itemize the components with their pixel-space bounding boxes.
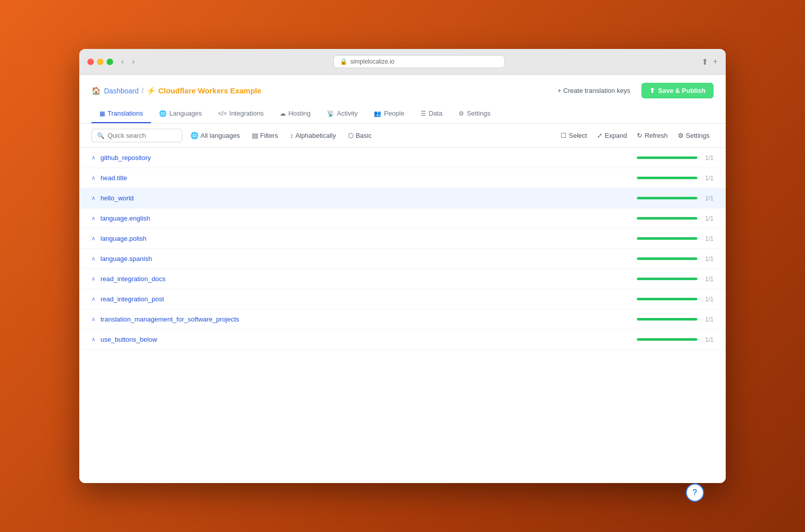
- tab-languages[interactable]: 🌐 Languages: [151, 104, 210, 123]
- progress-wrap: 1/1: [637, 296, 714, 303]
- traffic-lights: [87, 59, 113, 65]
- upload-icon: ⬆: [649, 87, 655, 94]
- nav-buttons: ‹ ›: [119, 56, 137, 67]
- alphabetically-button[interactable]: ↕ Alphabetically: [286, 129, 340, 142]
- url-text: simplelocalize.io: [350, 58, 394, 65]
- settings-button[interactable]: ⚙ Settings: [674, 129, 714, 142]
- settings-label: Settings: [686, 132, 710, 139]
- progress-bar-fill: [637, 197, 697, 199]
- help-button[interactable]: ?: [686, 484, 704, 502]
- translation-row[interactable]: ∧language.polish1/1: [79, 229, 726, 249]
- breadcrumb-row: 🏠 Dashboard / ⚡ Cloudflare Workers Examp…: [91, 83, 714, 98]
- close-button[interactable]: [87, 59, 94, 65]
- progress-bar-background: [637, 257, 697, 260]
- progress-label: 1/1: [701, 154, 714, 162]
- save-publish-button[interactable]: ⬆ Save & Publish: [641, 83, 714, 98]
- translation-row[interactable]: ∧translation_management_for_software_pro…: [79, 309, 726, 330]
- tab-languages-label: Languages: [169, 110, 202, 117]
- browser-actions: ⬆ +: [701, 57, 718, 67]
- dashboard-link[interactable]: Dashboard: [104, 87, 139, 95]
- translation-row[interactable]: ∧read_integration_post1/1: [79, 289, 726, 309]
- app-content: 🏠 Dashboard / ⚡ Cloudflare Workers Examp…: [79, 75, 726, 483]
- refresh-label: Refresh: [644, 132, 668, 139]
- save-publish-label: Save & Publish: [658, 87, 706, 94]
- share-icon[interactable]: ⬆: [701, 57, 708, 67]
- translations-icon: ▦: [99, 110, 105, 117]
- select-label: Select: [569, 132, 587, 139]
- translation-row[interactable]: ∧language.english1/1: [79, 208, 726, 229]
- basic-button[interactable]: ⬡ Basic: [344, 129, 376, 142]
- translation-key-label: read_integration_docs: [100, 275, 637, 283]
- all-languages-button[interactable]: 🌐 All languages: [186, 129, 244, 142]
- progress-bar-background: [637, 217, 697, 220]
- progress-bar-background: [637, 177, 697, 179]
- translation-row[interactable]: ∧language.spanish1/1: [79, 249, 726, 269]
- select-button[interactable]: ☐ Select: [557, 129, 591, 142]
- tab-integrations-label: Integrations: [229, 110, 264, 117]
- chevron-up-icon: ∧: [91, 154, 95, 161]
- tab-integrations[interactable]: </> Integrations: [210, 104, 272, 123]
- translation-key-label: language.polish: [100, 235, 637, 242]
- languages-icon: 🌐: [159, 110, 167, 117]
- hosting-icon: ☁: [280, 110, 286, 117]
- translation-row[interactable]: ∧read_integration_docs1/1: [79, 269, 726, 289]
- progress-label: 1/1: [701, 276, 714, 283]
- activity-icon: 📡: [327, 110, 334, 117]
- progress-label: 1/1: [701, 195, 714, 202]
- progress-label: 1/1: [701, 336, 714, 343]
- progress-bar-fill: [637, 318, 697, 321]
- translation-row[interactable]: ∧github_repository1/1: [79, 148, 726, 168]
- progress-label: 1/1: [701, 175, 714, 182]
- new-tab-icon[interactable]: +: [713, 57, 718, 67]
- progress-wrap: 1/1: [637, 336, 714, 343]
- progress-bar-fill: [637, 177, 697, 179]
- tab-translations[interactable]: ▦ Translations: [91, 104, 151, 123]
- address-bar: 🔒 simplelocalize.io: [143, 55, 695, 68]
- progress-bar-fill: [637, 257, 697, 260]
- chevron-up-icon: ∧: [91, 255, 95, 262]
- progress-label: 1/1: [701, 296, 714, 303]
- progress-wrap: 1/1: [637, 195, 714, 202]
- filters-button[interactable]: ▤ Filters: [248, 129, 282, 142]
- tab-activity[interactable]: 📡 Activity: [319, 104, 366, 123]
- progress-bar-background: [637, 338, 697, 341]
- project-label: Cloudflare Workers Example: [158, 86, 261, 95]
- maximize-button[interactable]: [107, 59, 113, 65]
- search-input[interactable]: [108, 132, 177, 139]
- breadcrumb: 🏠 Dashboard / ⚡ Cloudflare Workers Examp…: [91, 86, 261, 95]
- back-button[interactable]: ‹: [119, 56, 126, 67]
- search-input-wrap[interactable]: 🔍: [91, 129, 182, 142]
- translation-key-label: github_repository: [100, 154, 637, 162]
- breadcrumb-separator: /: [142, 87, 144, 95]
- url-bar[interactable]: 🔒 simplelocalize.io: [333, 55, 505, 68]
- translation-row[interactable]: ∧head.title1/1: [79, 168, 726, 188]
- refresh-button[interactable]: ↻ Refresh: [633, 129, 672, 142]
- header-actions: + Create translation keys ⬆ Save & Publi…: [552, 83, 714, 98]
- progress-bar-fill: [637, 338, 697, 341]
- expand-button[interactable]: ⤢ Expand: [593, 129, 631, 142]
- chevron-up-icon: ∧: [91, 195, 95, 201]
- tab-settings-label: Settings: [467, 110, 490, 117]
- toolbar-right: ☐ Select ⤢ Expand ↻ Refresh ⚙ Settings: [557, 129, 714, 142]
- tab-data[interactable]: ☰ Data: [413, 104, 450, 123]
- tab-settings[interactable]: ⚙ Settings: [450, 104, 498, 123]
- translation-key-label: use_buttons_below: [100, 336, 637, 343]
- chevron-up-icon: ∧: [91, 235, 95, 242]
- progress-label: 1/1: [701, 235, 714, 242]
- forward-button[interactable]: ›: [130, 56, 136, 67]
- lock-icon: 🔒: [340, 58, 347, 65]
- translation-row[interactable]: ∧use_buttons_below1/1: [79, 330, 726, 350]
- translation-row[interactable]: ∧hello_world1/1: [79, 188, 726, 208]
- alphabetically-label: Alphabetically: [295, 132, 336, 139]
- tab-hosting[interactable]: ☁ Hosting: [272, 104, 319, 123]
- progress-bar-fill: [637, 298, 697, 300]
- app-header: 🏠 Dashboard / ⚡ Cloudflare Workers Examp…: [79, 75, 726, 124]
- translation-list: ∧github_repository1/1∧head.title1/1∧hell…: [79, 148, 726, 483]
- create-translation-keys-button[interactable]: + Create translation keys: [552, 84, 635, 97]
- tab-people[interactable]: 👥 People: [366, 104, 412, 123]
- minimize-button[interactable]: [97, 59, 104, 65]
- browser-window: ‹ › 🔒 simplelocalize.io ⬆ + 🏠 Dashboard …: [79, 49, 726, 483]
- sort-icon: ↕: [290, 132, 293, 139]
- toolbar: 🔍 🌐 All languages ▤ Filters ↕ Alphabetic…: [79, 124, 726, 148]
- help-icon: ?: [687, 485, 703, 501]
